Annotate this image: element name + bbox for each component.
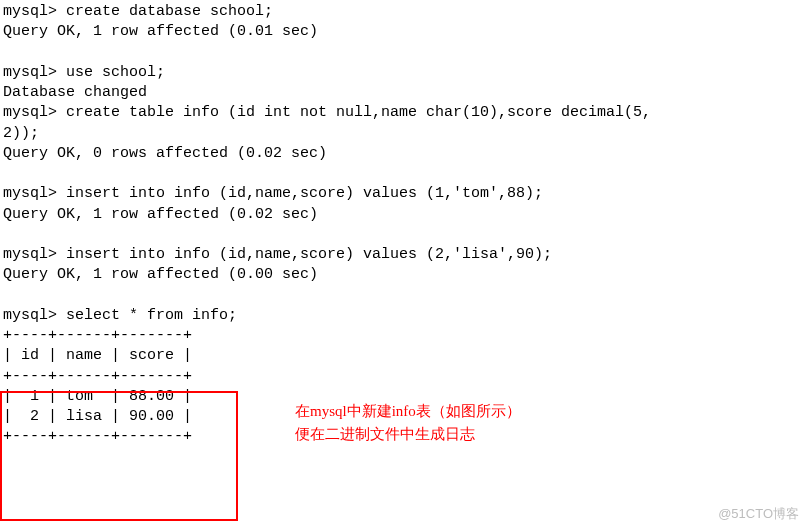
terminal-line: mysql> use school; [3, 63, 805, 83]
terminal-line: Query OK, 1 row affected (0.01 sec) [3, 22, 805, 42]
annotation-text: 在mysql中新建info表（如图所示） 便在二进制文件中生成日志 [295, 400, 521, 445]
terminal-line: mysql> select * from info; [3, 306, 805, 326]
terminal-line: mysql> insert into info (id,name,score) … [3, 245, 805, 265]
terminal-line [3, 164, 805, 184]
terminal-line: | id | name | score | [3, 346, 805, 366]
terminal-line: Query OK, 1 row affected (0.00 sec) [3, 265, 805, 285]
annotation-line-1: 在mysql中新建info表（如图所示） [295, 400, 521, 423]
watermark: @51CTO博客 [718, 505, 799, 523]
terminal-line [3, 286, 805, 306]
terminal-line [3, 225, 805, 245]
terminal-line: 2)); [3, 124, 805, 144]
terminal-line: mysql> insert into info (id,name,score) … [3, 184, 805, 204]
terminal-line [3, 43, 805, 63]
terminal-line: +----+------+-------+ [3, 367, 805, 387]
terminal-line: +----+------+-------+ [3, 326, 805, 346]
terminal-line: Database changed [3, 83, 805, 103]
terminal-line: mysql> create database school; [3, 2, 805, 22]
terminal-line: Query OK, 0 rows affected (0.02 sec) [3, 144, 805, 164]
mysql-terminal-output: mysql> create database school;Query OK, … [3, 2, 805, 448]
terminal-line: mysql> create table info (id int not nul… [3, 103, 805, 123]
terminal-line: Query OK, 1 row affected (0.02 sec) [3, 205, 805, 225]
annotation-line-2: 便在二进制文件中生成日志 [295, 423, 521, 446]
